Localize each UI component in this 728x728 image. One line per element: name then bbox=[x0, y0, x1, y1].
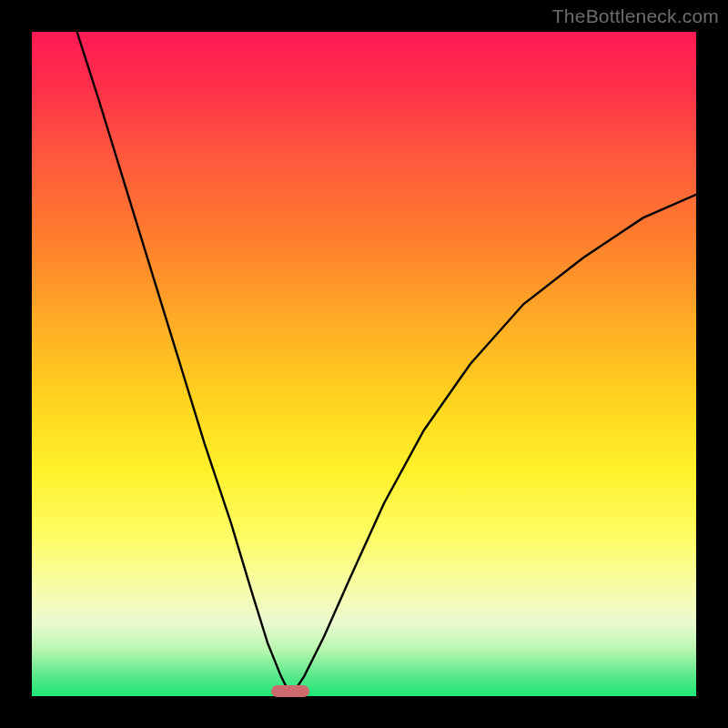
chart-frame: TheBottleneck.com bbox=[0, 0, 728, 728]
watermark-text: TheBottleneck.com bbox=[552, 5, 719, 27]
bottleneck-curve bbox=[32, 32, 696, 696]
optimum-marker bbox=[271, 685, 309, 697]
curve-path bbox=[77, 32, 696, 696]
plot-area bbox=[32, 32, 696, 696]
